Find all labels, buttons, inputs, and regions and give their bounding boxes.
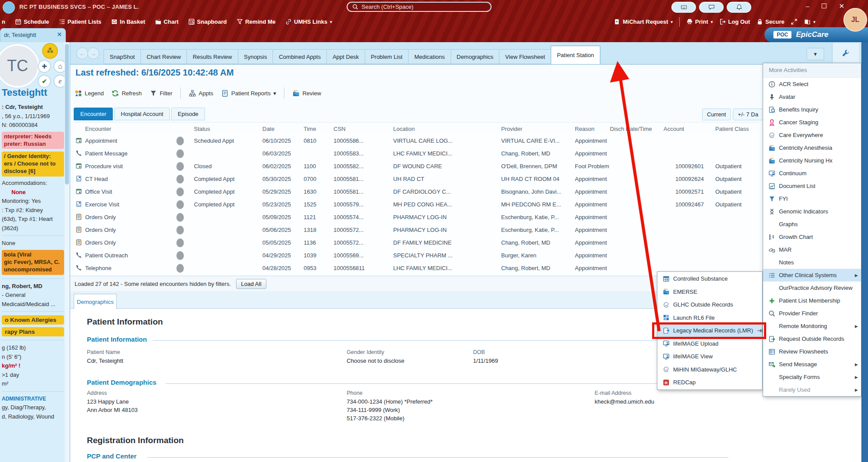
care-team-icon[interactable]: ⁂ [42, 43, 58, 59]
sidebar-scrollbar[interactable] [65, 42, 69, 462]
table-row[interactable]: Patient Outreach04/29/2025103910005569..… [74, 249, 759, 262]
menu-item-send-message[interactable]: Send Message▶ [763, 358, 861, 371]
tab-combined-appts[interactable]: Combined Appts [273, 49, 326, 64]
vertical-scrollbar[interactable] [861, 42, 868, 462]
first-aid-icon[interactable]: ✚ [38, 60, 51, 73]
toolbar-item-remind-me[interactable]: Remind Me [237, 18, 276, 25]
viewtab-encounter[interactable]: Encounter [74, 108, 113, 120]
switch-workspace-button[interactable]: ▾ [804, 18, 815, 25]
menu-item-document-list[interactable]: Document List [763, 180, 861, 192]
menu-item-mar[interactable]: MAR [763, 243, 861, 256]
menu-item-centricity-anesthesia[interactable]: Centricity Anesthesia [763, 141, 861, 154]
monitor-check-icon[interactable]: ✔ [38, 75, 51, 88]
refresh-button[interactable]: Refresh [111, 90, 142, 97]
menu-item-remote-monitoring[interactable]: Remote Monitoring▶ [763, 320, 861, 332]
submenu-item-controlled-substance[interactable]: Controlled Substance [657, 272, 762, 285]
menu-item-acr-select[interactable]: ACR Select [763, 78, 861, 90]
range-7-da[interactable]: +/- 7 Da [733, 108, 763, 120]
appts-button[interactable]: Appts [189, 90, 213, 97]
forward-button[interactable]: → [87, 47, 99, 59]
back-button[interactable]: ← [76, 47, 88, 59]
toolbar-item-patient-lists[interactable]: Patient Lists [59, 18, 101, 25]
menu-item-notes[interactable]: Notes [763, 256, 861, 269]
table-row[interactable]: Orders Only05/09/2025112110005574...PHAR… [74, 211, 759, 224]
menu-item-provider-finder[interactable]: Provider Finder [763, 307, 861, 320]
menu-item-rarely-used[interactable]: Rarely Used▶ [763, 383, 861, 396]
menu-item-avatar[interactable]: Avatar [763, 90, 861, 103]
tab-demographics[interactable]: Demographics [451, 49, 500, 64]
table-row[interactable]: Orders Only05/05/2025113610005572...DF F… [74, 236, 759, 249]
table-row[interactable]: Office VisitCompleted Appt05/29/20251630… [74, 185, 759, 198]
more-activities-dropdown-button[interactable]: ▼ [807, 48, 824, 60]
tab-appt-desk[interactable]: Appt Desk [326, 49, 365, 64]
menu-item-fyi[interactable]: FYI [763, 192, 861, 205]
tab-synopsis[interactable]: Synopsis [238, 49, 273, 64]
viewtab-hospital-account[interactable]: Hospital Account [114, 108, 170, 120]
submenu-item-redcap[interactable]: RREDCap [657, 376, 762, 389]
menu-item-patient-list-membership[interactable]: Patient List Membership [763, 294, 861, 307]
maximize-button[interactable]: ☐ [821, 2, 827, 10]
table-row[interactable]: Patient Message06/03/202510005583...LHC … [74, 147, 759, 160]
tab-chart-review[interactable]: Chart Review [140, 49, 187, 64]
toolbar-item-in-basket[interactable]: In Basket [111, 18, 145, 25]
toolbar-item-print[interactable]: Print▾ [686, 18, 713, 25]
menu-item-specialty-forms[interactable]: Specialty Forms▶ [763, 371, 861, 383]
close-window-button[interactable]: ✕ [839, 2, 845, 10]
tab-demographics[interactable]: Demographics [74, 294, 117, 309]
range-current[interactable]: Current [702, 108, 731, 120]
notifications-button[interactable] [727, 2, 751, 13]
tab-patient-station[interactable]: Patient Station [551, 46, 600, 64]
tab-results-review[interactable]: Results Review [187, 49, 238, 64]
toolbar-item-snapboard[interactable]: Snapboard [188, 18, 227, 25]
submenu-item-emerse[interactable]: EMERSE [657, 285, 762, 299]
toolbar-item-secure[interactable]: Secure [757, 18, 784, 25]
menu-item-graphs[interactable]: Graphs [763, 218, 861, 231]
menu-item-continuum[interactable]: Continuum [763, 167, 861, 180]
customize-button[interactable] [832, 43, 859, 63]
close-icon[interactable]: ✕ [57, 31, 62, 38]
table-row[interactable]: Orders Only05/06/2025131810005572...PHAR… [74, 224, 759, 236]
menu-item-growth-chart[interactable]: Growth Chart [763, 231, 861, 243]
submenu-item-legacy-medical-records-lmr[interactable]: Legacy Medical Records (LMR) [657, 324, 762, 337]
tab-problem-list[interactable]: Problem List [365, 49, 409, 64]
load-all-button[interactable]: Load All [236, 279, 266, 289]
table-row[interactable]: Telephone04/28/202509531000556811LHC FAM… [74, 262, 759, 274]
toolbar-item-chart[interactable]: Chart [155, 18, 179, 25]
submenu-item-glhc-outside-records[interactable]: GLHC Outside Records [657, 298, 762, 311]
patient-badge[interactable]: o Known Allergies [2, 315, 64, 325]
menu-item-centricity-nursing-hx[interactable]: Centricity Nursing Hx [763, 154, 861, 167]
table-row[interactable]: AppointmentScheduled Appt06/10/202508101… [74, 134, 759, 147]
epic-logo-icon[interactable] [3, 1, 15, 14]
global-search-input[interactable]: Search (Ctrl+Space) [347, 2, 491, 12]
menu-item-cancer-staging[interactable]: Cancer Staging [763, 116, 861, 129]
patient-chart-tab[interactable]: dr, Testeightt ✕ [0, 28, 66, 42]
tab-view-flowsheet[interactable]: View Flowsheet [499, 49, 551, 64]
tab-snapshot[interactable]: SnapShot [104, 49, 141, 64]
submenu-item-mihin-migateway-glhc[interactable]: MiHIN MIGateway/GLHC [657, 363, 762, 376]
patient-badge[interactable]: rapy Plans [2, 327, 64, 336]
menu-item-benefits-inquiry[interactable]: Benefits Inquiry [763, 103, 861, 116]
filter-button[interactable]: Filter [150, 90, 172, 97]
submenu-item-lifeimage-upload[interactable]: lifeIMAGE Upload [657, 337, 762, 350]
menu-item-care-everywhere[interactable]: Care Everywhere [763, 129, 861, 141]
legend-button[interactable]: Legend [75, 90, 104, 97]
menu-item-review-flowsheets[interactable]: Review Flowsheets [763, 345, 861, 358]
chat-button[interactable] [699, 2, 724, 13]
keyboard-shortcuts-button[interactable] [671, 2, 696, 13]
patient-avatar[interactable]: TC [0, 44, 39, 88]
toolbar-item-log-out[interactable]: Log Out [719, 18, 750, 25]
menu-item-genomic-indicators[interactable]: Genomic Indicators [763, 205, 861, 218]
toolbar-item-schedule[interactable]: Schedule [15, 18, 49, 25]
patient-reports-button[interactable]: Patient Reports▾ [221, 90, 276, 97]
toolbar-item-umhs-links[interactable]: UMHS Links▾ [285, 18, 332, 25]
menu-item-ourpractice-advisory-review[interactable]: OurPractice Advisory Review [763, 282, 861, 294]
table-row[interactable]: Procedure visitClosed06/02/2025110010005… [74, 160, 759, 173]
tab-medications[interactable]: Medications [408, 49, 451, 64]
menu-item-other-clinical-systems[interactable]: Other Clinical Systems▶ [763, 269, 861, 282]
table-row[interactable]: CT HeadCompleted Appt05/30/2025070010005… [74, 173, 759, 185]
review-button[interactable]: Review [292, 90, 321, 97]
user-avatar[interactable]: JL [843, 8, 867, 32]
toolbar-item-michart-request[interactable]: MiChart Request▾ [614, 18, 673, 25]
menu-item-request-outside-records[interactable]: Request Outside Records [763, 332, 861, 345]
expand-button[interactable] [791, 18, 797, 25]
